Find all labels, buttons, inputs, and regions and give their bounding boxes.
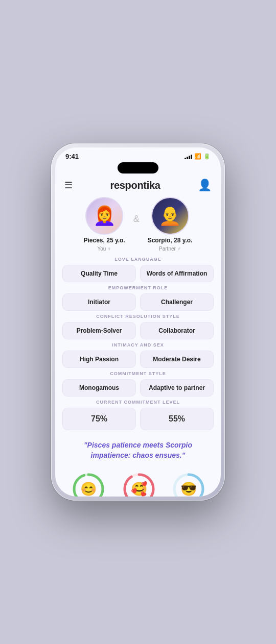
section-block-3: INTIMACY AND SEXHigh PassionModerate Des…	[62, 342, 214, 368]
trait-chip-0-0: Quality Time	[62, 265, 136, 282]
score-circle-2: 😎	[172, 473, 205, 497]
score-circle-0: 😊	[72, 473, 105, 497]
section-label-1: EMPOWERMENT ROLE	[62, 285, 214, 290]
section-block-0: LOVE LANGUAGEQuality TimeWords of Affirm…	[62, 257, 214, 282]
trait-chip-1-1: Challenger	[140, 293, 214, 311]
section-label-4: COMMITMENT STYLE	[62, 371, 214, 376]
section-label-3: INTIMACY AND SEX	[62, 342, 214, 348]
trait-row-1: InitiatorChallenger	[62, 293, 214, 311]
commitment-level-block: CURRENT COMMITMENT LEVEL 75% 55%	[62, 400, 214, 430]
score-item-2: 😎 Sex: 45%	[172, 473, 205, 497]
trait-row-3: High PassionModerate Desire	[62, 351, 214, 368]
dynamic-island	[118, 162, 158, 174]
trait-chip-4-1: Adaptive to partner	[140, 379, 214, 397]
section-block-1: EMPOWERMENT ROLEInitiatorChallenger	[62, 285, 214, 311]
status-bar: 9:41 📶 🔋	[55, 147, 221, 162]
commitment-partner: 55%	[140, 408, 214, 430]
partner-avatar-wrap: 🧑‍🦲 Scorpio, 28 y.o. Partner ♂	[148, 197, 193, 252]
user-avatar: 👩‍🦰	[85, 197, 123, 235]
trait-chip-3-0: High Passion	[62, 351, 136, 368]
score-emoji-2: 😎	[180, 482, 197, 496]
trait-row-4: MonogamousAdaptive to partner	[62, 379, 214, 397]
trait-chip-0-1: Words of Affirmation	[140, 265, 214, 282]
partner-name: Scorpio, 28 y.o.	[148, 237, 193, 244]
trait-chip-2-0: Problem-Solver	[62, 322, 136, 339]
score-emoji-0: 😊	[80, 482, 97, 496]
score-circle-1: 🥰	[123, 473, 155, 497]
section-block-4: COMMITMENT STYLEMonogamousAdaptive to pa…	[62, 371, 214, 397]
status-time: 9:41	[65, 153, 79, 160]
battery-icon: 🔋	[203, 153, 211, 160]
user-name: Pieces, 25 y.o.	[84, 237, 125, 244]
scores-row: 😊 Balance: 95% 🥰 Love: 91% 😎 Sex: 45%	[62, 470, 214, 497]
trait-sections: LOVE LANGUAGEQuality TimeWords of Affirm…	[62, 257, 214, 397]
app-title: respontika	[110, 180, 160, 191]
phone-screen: 9:41 📶 🔋 ☰ respontika 👤	[55, 147, 221, 497]
main-content: 👩‍🦰 Pieces, 25 y.o. You ♀ & 🧑‍🦲 Scorpio,…	[55, 197, 221, 497]
partner-avatar: 🧑‍🦲	[151, 197, 189, 235]
user-avatar-emoji: 👩‍🦰	[93, 205, 116, 227]
trait-chip-2-1: Collaborator	[140, 322, 214, 339]
score-item-1: 🥰 Love: 91%	[123, 473, 155, 497]
trait-chip-3-1: Moderate Desire	[140, 351, 214, 368]
trait-row-2: Problem-SolverCollaborator	[62, 322, 214, 339]
ampersand: &	[133, 214, 140, 225]
commitment-user: 75%	[62, 408, 136, 430]
quote-box: "Pisces patience meets Scorpio impatienc…	[62, 434, 214, 466]
section-label-2: CONFLICT RESOLUTION STYLE	[62, 314, 214, 319]
partner-sub: Partner ♂	[159, 246, 181, 252]
user-sub: You ♀	[98, 246, 111, 252]
section-block-2: CONFLICT RESOLUTION STYLEProblem-SolverC…	[62, 314, 214, 339]
menu-icon[interactable]: ☰	[64, 180, 73, 191]
commitment-level-label: CURRENT COMMITMENT LEVEL	[62, 400, 214, 405]
trait-row-0: Quality TimeWords of Affirmation	[62, 265, 214, 282]
trait-chip-1-0: Initiator	[62, 293, 136, 311]
quote-text: "Pisces patience meets Scorpio impatienc…	[70, 440, 206, 460]
partner-avatar-emoji: 🧑‍🦲	[158, 205, 181, 227]
score-emoji-1: 🥰	[131, 482, 147, 496]
signal-icon	[185, 154, 192, 159]
score-item-0: 😊 Balance: 95%	[71, 473, 106, 497]
commitment-row: 75% 55%	[62, 408, 214, 430]
profile-icon[interactable]: 👤	[198, 179, 212, 192]
section-label-0: LOVE LANGUAGE	[62, 257, 214, 262]
avatars-row: 👩‍🦰 Pieces, 25 y.o. You ♀ & 🧑‍🦲 Scorpio,…	[62, 197, 214, 252]
user-avatar-wrap: 👩‍🦰 Pieces, 25 y.o. You ♀	[84, 197, 125, 252]
status-icons: 📶 🔋	[185, 153, 211, 160]
wifi-icon: 📶	[194, 153, 201, 160]
trait-chip-4-0: Monogamous	[62, 379, 136, 397]
phone-frame: 9:41 📶 🔋 ☰ respontika 👤	[51, 143, 225, 501]
app-header: ☰ respontika 👤	[55, 177, 221, 197]
